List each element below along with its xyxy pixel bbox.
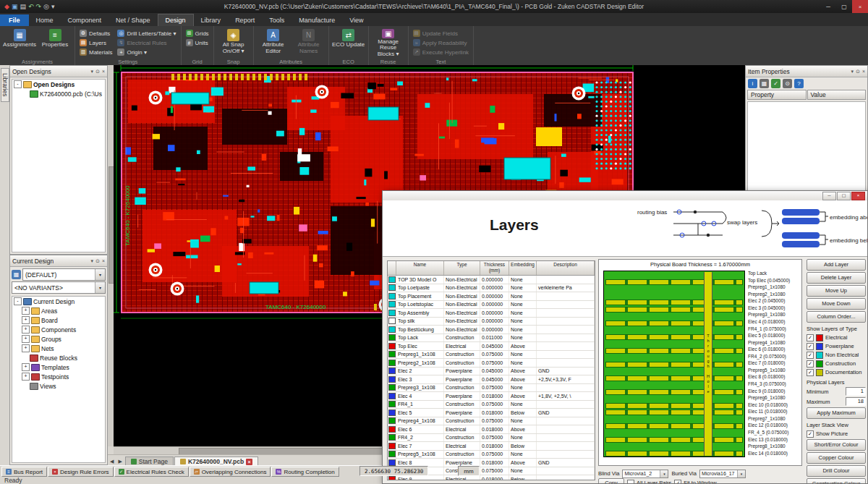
eco-update-button[interactable]: ⇄ECO Update [332, 27, 365, 57]
save-icon[interactable]: ▣ [12, 2, 18, 11]
chevron-down-icon[interactable]: ▾ [660, 470, 668, 477]
attribute-editor-button[interactable]: AAttribute Editor [257, 27, 290, 57]
show-layer-construction[interactable]: ✓Construction [807, 360, 866, 368]
column-header-thickness-mm[interactable]: Thickness (mm) [480, 261, 509, 275]
maximum-field[interactable]: 18 [846, 397, 866, 406]
current-design-views[interactable]: Views [12, 381, 105, 391]
layer-row-top-loetpaste[interactable]: Top LoetpasteNon-Electrical0.000000Nonev… [388, 284, 595, 293]
column-header-type[interactable]: Type [444, 261, 480, 275]
show-layer-documentation[interactable]: ✓Documentation [807, 368, 866, 376]
copper-colour-button[interactable]: Copper Colour [807, 452, 866, 464]
column-header-description[interactable]: Description [537, 261, 595, 275]
drill-colour-button[interactable]: Drill Colour [807, 465, 866, 477]
layers-button[interactable]: ▤Layers [78, 38, 114, 47]
chevron-down-icon[interactable]: ▾ [95, 269, 105, 280]
layer-row-top-best-ckung[interactable]: Top BestückungNon-Electrical0.000000None [388, 326, 595, 334]
current-design-current-design[interactable]: -Current Design [12, 297, 105, 306]
layer-row-prepreg3-1x108[interactable]: Prepreg3_1x108Construction0.075000None [388, 384, 595, 393]
minimum-field[interactable]: 1 [846, 387, 866, 396]
short-error-colour-button[interactable]: Short/Error Colour [807, 439, 866, 451]
ribbon-tab-report[interactable]: Report [228, 14, 262, 26]
checkbox-icon[interactable]: ✓ [807, 360, 814, 368]
expander-icon[interactable]: + [22, 307, 30, 315]
layer-row-elec-5[interactable]: Elec 5Powerplane0.018000BelowGND [388, 409, 595, 417]
layer-row-elec-6[interactable]: Elec 6Electrical0.018000Above [388, 425, 595, 434]
app-icon[interactable]: ◆ [4, 2, 9, 11]
bus-report-button[interactable]: ≡Bus Report [1, 467, 47, 477]
fit-to-window-row[interactable]: ✓ Fit to Window [674, 479, 716, 484]
drill-letters-table-button[interactable]: ◎Drill Letters/Table ▾ [116, 29, 177, 38]
current-design-components[interactable]: +Components [12, 325, 105, 334]
close-icon[interactable]: × [102, 258, 105, 264]
materials-button[interactable]: ▥Materials [78, 48, 114, 56]
layer-row-top-silk[interactable]: Top silkNon-Electrical0.000000None [388, 318, 595, 326]
checkbox-icon[interactable] [627, 480, 634, 484]
apply-maximum-button[interactable]: Apply Maximum [807, 407, 866, 419]
layer-row-top-loetstoplac[interactable]: Top LoetstoplacNon-Electrical0.000000Non… [388, 301, 595, 310]
electrical-rules-check-button[interactable]: ✓Electrical Rules Check [114, 467, 189, 477]
execute-hyperlink-button[interactable]: ↗Execute Hyperlink [412, 48, 470, 56]
checkbox-icon[interactable]: ✓ [807, 352, 814, 359]
open-designs-k72640000-pcb-c-us[interactable]: K72640000.pcb (C:\Us [12, 89, 105, 98]
delete-layer-button[interactable]: Delete Layer [807, 272, 866, 284]
help-icon[interactable]: ? [794, 79, 804, 88]
current-design-areas[interactable]: +Areas [12, 306, 105, 315]
show-picture-row[interactable]: ✓ Show Picture [807, 430, 866, 438]
design-rule-errors-button[interactable]: ×Design Rule Errors [48, 467, 114, 477]
value-column-header[interactable]: Value [807, 90, 867, 100]
construction-colour-button[interactable]: Construction Colour [807, 478, 866, 484]
layer-row-top-elec[interactable]: Top ElecElectrical0.045000Above [388, 342, 595, 351]
layer-row-elec-7[interactable]: Elec 7Electrical0.018000Below [388, 442, 595, 451]
show-layer-powerplane[interactable]: ✓Powerplane [807, 342, 866, 350]
ribbon-tab-file[interactable]: File [0, 14, 29, 26]
apply-readability-button[interactable]: ≈Apply Readability [412, 38, 470, 47]
chevron-down-icon[interactable]: ▾ [737, 470, 745, 477]
open-designs-open-designs[interactable]: -Open Designs [12, 80, 105, 89]
checkbox-icon[interactable]: ✓ [807, 334, 814, 341]
layer-row-top-placement[interactable]: Top PlacementNon-Electrical0.000000None [388, 292, 595, 301]
layer-row-prepreg2-1x108[interactable]: Prepreg2_1x108Construction0.075000None [388, 359, 595, 368]
move-down-button[interactable]: Move Down [807, 298, 866, 310]
checkbox-icon[interactable]: ✓ [807, 430, 814, 438]
checkbox-icon[interactable]: ✓ [807, 343, 814, 350]
variant-icon[interactable]: ▦ [12, 270, 21, 279]
libraries-tab[interactable]: Libraries [1, 68, 9, 102]
chevron-down-icon[interactable]: ▾ [851, 69, 854, 75]
copy-button[interactable]: Copy [598, 478, 624, 484]
units-button[interactable]: #Units [184, 38, 210, 47]
ribbon-tab-manufacture[interactable]: Manufacture [292, 14, 342, 26]
customize-icon[interactable]: ▾ [51, 2, 55, 11]
layer-row-prepreg5-1x108[interactable]: Prepreg5_1x108Construction0.075000None [388, 451, 595, 459]
ribbon-tab-tools[interactable]: Tools [262, 14, 292, 26]
close-tab-icon[interactable]: × [246, 459, 252, 465]
column-header-name[interactable]: Name [396, 261, 444, 275]
grids-button[interactable]: ⊞Grids [184, 29, 210, 38]
variant-dropdown[interactable]: (DEFAULT) ▾ [22, 268, 106, 281]
ribbon-tab-net-shape[interactable]: Net / Shape [109, 14, 158, 26]
current-design-groups[interactable]: +Groups [12, 334, 105, 344]
ribbon-tab-view[interactable]: View [342, 14, 370, 26]
pin-icon[interactable]: ⊙ [856, 69, 860, 75]
expander-icon[interactable]: + [22, 373, 30, 381]
layer-row-top-assembly[interactable]: Top AssemblyNon-Electrical0.000000None [388, 309, 595, 318]
manage-reuse-blocks-button[interactable]: ▣Manage Reuse Blocks ▾ [372, 27, 405, 57]
chevron-down-icon[interactable]: ▾ [91, 69, 94, 75]
properties-button[interactable]: ≡Properties [38, 27, 72, 57]
property-column-header[interactable]: Property [747, 90, 807, 100]
current-design-testpoints[interactable]: +Testpoints [12, 372, 105, 381]
expander-icon[interactable]: - [14, 80, 22, 88]
zoom-icon[interactable]: ◎ [43, 2, 49, 11]
close-icon[interactable]: × [862, 69, 865, 75]
checkbox-icon[interactable]: ✓ [674, 480, 681, 484]
chevron-down-icon[interactable]: ▾ [91, 258, 94, 264]
attribute-names-button[interactable]: NAttribute Names [292, 27, 326, 57]
expander-icon[interactable]: + [22, 363, 30, 371]
check-icon[interactable]: ✓ [771, 79, 780, 88]
layer-row-elec-9[interactable]: Elec 9Electrical0.018000Below [388, 475, 595, 480]
update-fields-button[interactable]: ▤Update Fields [412, 29, 470, 38]
redo-icon[interactable]: ↷ [36, 2, 42, 11]
defaults-button[interactable]: ⚙Defaults [78, 29, 114, 38]
current-design-templates[interactable]: +Templates [12, 362, 105, 372]
ribbon-tab-component[interactable]: Component [61, 14, 109, 26]
layer-row-elec-3[interactable]: Elec 3Powerplane0.045000Above+2,5V,+3,3V… [388, 375, 595, 384]
